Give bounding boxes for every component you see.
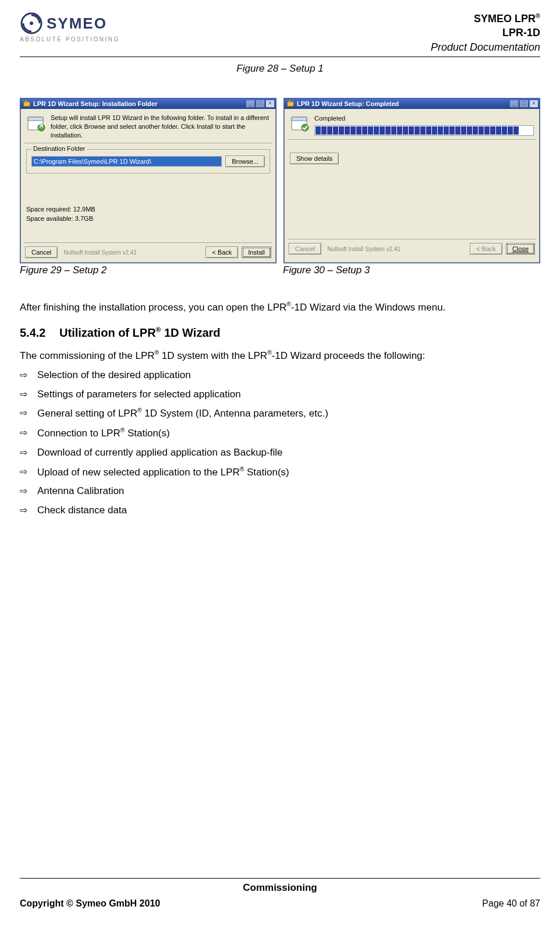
footer-rule (20, 878, 540, 879)
figure-29-caption: Figure 29 – Setup 2 (20, 265, 276, 276)
logo-tagline: ABSOLUTE POSITIONING (20, 36, 120, 43)
installer-desc: Setup will install LPR 1D Wizard in the … (51, 114, 270, 140)
arrow-icon: ⇨ (20, 426, 30, 440)
browse-button[interactable]: Browse... (225, 156, 265, 167)
titlebar[interactable]: LPR 1D Wizard Setup: Installation Folder… (20, 98, 276, 109)
page-header: SYMEO ABSOLUTE POSITIONING SYMEO LPR® LP… (20, 12, 540, 54)
back-button[interactable]: < Back (205, 246, 238, 258)
back-button: < Back (470, 243, 502, 255)
logo-name: SYMEO (47, 15, 107, 33)
svg-point-6 (38, 124, 45, 131)
arrow-icon: ⇨ (20, 407, 30, 421)
footer-section: Commissioning (20, 882, 540, 894)
destination-folder-group: Destination Folder C:\Program Files\Syme… (26, 149, 270, 174)
space-available: Space available: 3.7GB (26, 214, 270, 223)
list-item: ⇨ Connection to LPR® Station(s) (20, 426, 540, 440)
list-item: ⇨ Download of currently applied applicat… (20, 446, 540, 460)
install-button[interactable]: Install (242, 246, 271, 258)
installer-icon (23, 100, 31, 108)
installer-icon (286, 100, 295, 108)
list-item: ⇨ Upload of new selected application to … (20, 466, 540, 479)
procedure-list: ⇨ Selection of the desired application ⇨… (20, 369, 540, 517)
maximize-icon[interactable]: □ (519, 100, 529, 108)
titlebar-title: LPR 1D Wizard Setup: Completed (297, 100, 507, 107)
footer-row: Copyright © Symeo GmbH 2010 Page 40 of 8… (20, 898, 540, 925)
titlebar[interactable]: LPR 1D Wizard Setup: Completed _ □ × (284, 98, 540, 109)
arrow-icon: ⇨ (20, 446, 30, 460)
arrow-icon: ⇨ (20, 369, 30, 382)
hdr-line2: LPR-1D (431, 26, 540, 40)
installer-window-completed: LPR 1D Wizard Setup: Completed _ □ × Com… (283, 98, 540, 264)
screenshot-row: LPR 1D Wizard Setup: Installation Folder… (20, 98, 540, 264)
intro-paragraph: After finishing the installation process… (20, 301, 540, 315)
close-button[interactable]: Close (506, 243, 535, 255)
hdr-line3: Product Documentation (431, 40, 540, 54)
progress-bar (314, 125, 534, 136)
list-item: ⇨ Settings of parameters for selected ap… (20, 388, 540, 401)
section-heading: 5.4.2 Utilization of LPR® 1D Wizard (20, 325, 540, 341)
list-item: ⇨ Antenna Calibration (20, 485, 540, 498)
svg-rect-5 (28, 117, 43, 121)
list-item: ⇨ Selection of the desired application (20, 369, 540, 382)
list-item: ⇨ General setting of LPR® 1D System (ID,… (20, 407, 540, 421)
titlebar-title: LPR 1D Wizard Setup: Installation Folder (33, 100, 243, 107)
minimize-icon[interactable]: _ (509, 100, 519, 108)
svg-point-1 (30, 22, 33, 25)
arrow-icon: ⇨ (20, 485, 30, 498)
list-item: ⇨ Check distance data (20, 504, 540, 517)
wizard-icon (26, 114, 46, 133)
destination-legend: Destination Folder (31, 145, 87, 152)
wizard-icon (290, 114, 310, 133)
space-required: Space required: 12.9MB (26, 205, 270, 214)
nsis-label: Nullsoft Install System v2.41 (63, 249, 137, 256)
destination-path-input[interactable]: C:\Program Files\Symeo\LPR 1D Wizard\ (31, 156, 222, 167)
figure-28-caption: Figure 28 – Setup 1 (20, 63, 540, 75)
logo: SYMEO ABSOLUTE POSITIONING (20, 12, 120, 43)
close-icon[interactable]: × (529, 100, 538, 108)
hdr-line1: SYMEO LPR (474, 13, 536, 24)
logo-swirl-icon (20, 12, 43, 35)
cancel-button: Cancel (289, 243, 321, 255)
body-text: After finishing the installation process… (20, 301, 540, 523)
close-icon[interactable]: × (265, 100, 275, 108)
proc-paragraph: The commissioning of the LPR® 1D system … (20, 349, 540, 363)
header-right: SYMEO LPR® LPR-1D Product Documentation (431, 12, 540, 54)
svg-rect-8 (289, 101, 291, 103)
svg-rect-10 (292, 117, 307, 121)
arrow-icon: ⇨ (20, 466, 30, 479)
svg-point-11 (302, 124, 309, 131)
completed-label: Completed (314, 114, 534, 124)
arrow-icon: ⇨ (20, 388, 30, 401)
minimize-icon[interactable]: _ (246, 100, 255, 108)
svg-rect-3 (25, 101, 27, 103)
page-number: Page 40 of 87 (482, 898, 540, 909)
show-details-button[interactable]: Show details (290, 153, 339, 164)
figure-30-caption: Figure 30 – Setup 3 (283, 265, 539, 276)
copyright: Copyright © Symeo GmbH 2010 (20, 898, 160, 909)
maximize-icon[interactable]: □ (256, 100, 265, 108)
heading-number: 5.4.2 (20, 326, 45, 339)
arrow-icon: ⇨ (20, 504, 30, 517)
cancel-button[interactable]: Cancel (25, 246, 58, 258)
installer-window-folder: LPR 1D Wizard Setup: Installation Folder… (20, 98, 277, 264)
header-rule (20, 57, 540, 57)
nsis-label: Nullsoft Install System v2.41 (327, 246, 400, 252)
